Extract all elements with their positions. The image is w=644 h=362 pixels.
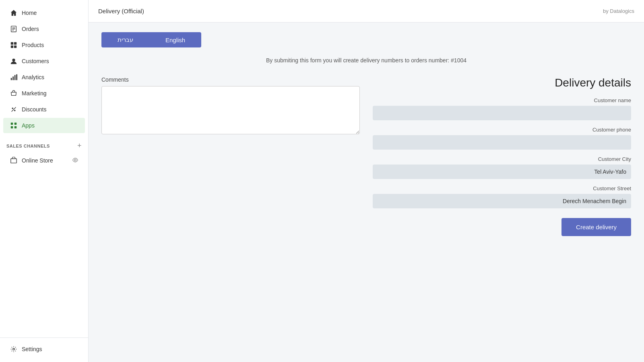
svg-point-14 bbox=[14, 110, 16, 111]
sidebar-item-discounts[interactable]: Discounts bbox=[3, 102, 85, 117]
customers-icon bbox=[10, 57, 18, 65]
svg-rect-16 bbox=[11, 123, 13, 125]
info-text: By submiting this form you will create d… bbox=[101, 57, 631, 64]
online-store-visibility-icon[interactable] bbox=[72, 157, 78, 165]
customer-phone-label: Customer phone bbox=[373, 127, 631, 133]
online-store-icon bbox=[10, 156, 18, 165]
comments-textarea[interactable] bbox=[101, 86, 360, 134]
sidebar-item-customers[interactable]: Customers bbox=[3, 53, 85, 69]
svg-rect-10 bbox=[12, 76, 14, 80]
orders-icon bbox=[10, 25, 18, 33]
svg-rect-12 bbox=[16, 74, 17, 80]
svg-rect-6 bbox=[11, 45, 13, 48]
svg-rect-17 bbox=[14, 123, 17, 125]
customer-name-group: Customer name bbox=[373, 97, 631, 120]
svg-rect-7 bbox=[14, 45, 17, 48]
svg-rect-20 bbox=[11, 159, 17, 163]
comments-label: Comments bbox=[101, 76, 360, 83]
customer-city-group: Customer City bbox=[373, 156, 631, 179]
svg-rect-9 bbox=[11, 78, 12, 80]
settings-icon bbox=[10, 345, 18, 353]
apps-icon bbox=[10, 121, 18, 130]
customer-street-label: Customer Street bbox=[373, 185, 631, 191]
customer-phone-input[interactable] bbox=[373, 135, 631, 150]
page-title: Delivery (Official) bbox=[98, 8, 144, 14]
customer-street-input[interactable] bbox=[373, 194, 631, 208]
sidebar-item-apps[interactable]: Apps bbox=[3, 118, 85, 133]
sales-channels-header: SALES CHANNELS + bbox=[0, 137, 88, 152]
sidebar-item-settings[interactable]: Settings bbox=[3, 341, 85, 357]
customer-city-input[interactable] bbox=[373, 165, 631, 179]
sidebar-bottom: Settings bbox=[0, 337, 88, 357]
add-sales-channel-icon[interactable]: + bbox=[77, 142, 82, 150]
hebrew-button[interactable]: עברית bbox=[101, 32, 149, 47]
svg-rect-4 bbox=[11, 42, 13, 45]
create-delivery-button[interactable]: Create delivery bbox=[561, 218, 631, 236]
sidebar-item-analytics[interactable]: Analytics bbox=[3, 70, 85, 85]
svg-rect-18 bbox=[11, 126, 13, 128]
by-label: by Datalogics bbox=[603, 8, 634, 14]
home-icon bbox=[10, 9, 18, 17]
sidebar-item-home[interactable]: Home bbox=[3, 5, 85, 21]
products-icon bbox=[10, 41, 18, 49]
delivery-details-title: Delivery details bbox=[373, 76, 631, 89]
customer-name-input[interactable] bbox=[373, 106, 631, 120]
svg-rect-11 bbox=[14, 75, 16, 80]
delivery-details-section: Delivery details Customer name Customer … bbox=[373, 76, 631, 236]
form-layout: Comments Delivery details Customer name … bbox=[101, 76, 631, 236]
customer-phone-group: Customer phone bbox=[373, 127, 631, 150]
analytics-icon bbox=[10, 73, 18, 81]
sidebar-item-marketing[interactable]: Marketing bbox=[3, 86, 85, 101]
marketing-icon bbox=[10, 89, 18, 97]
content-area: עברית English By submiting this form you… bbox=[89, 23, 644, 362]
comments-section: Comments bbox=[101, 76, 360, 136]
topbar: Delivery (Official) by Datalogics bbox=[89, 0, 644, 23]
sidebar-item-products[interactable]: Products bbox=[3, 37, 85, 53]
english-button[interactable]: English bbox=[149, 32, 201, 47]
sidebar: Home Orders Products Customers Analytics… bbox=[0, 0, 89, 362]
customer-street-group: Customer Street bbox=[373, 185, 631, 208]
svg-point-8 bbox=[12, 59, 15, 62]
customer-name-label: Customer name bbox=[373, 97, 631, 103]
svg-point-21 bbox=[74, 159, 76, 161]
svg-point-22 bbox=[13, 348, 15, 350]
customer-city-label: Customer City bbox=[373, 156, 631, 162]
sidebar-item-orders[interactable]: Orders bbox=[3, 21, 85, 37]
discounts-icon bbox=[10, 105, 18, 113]
svg-rect-5 bbox=[14, 42, 17, 45]
main-content: Delivery (Official) by Datalogics עברית … bbox=[89, 0, 644, 362]
svg-rect-19 bbox=[14, 126, 17, 128]
sidebar-item-online-store[interactable]: Online Store bbox=[3, 153, 85, 168]
svg-point-13 bbox=[12, 108, 14, 109]
language-buttons: עברית English bbox=[101, 32, 631, 47]
